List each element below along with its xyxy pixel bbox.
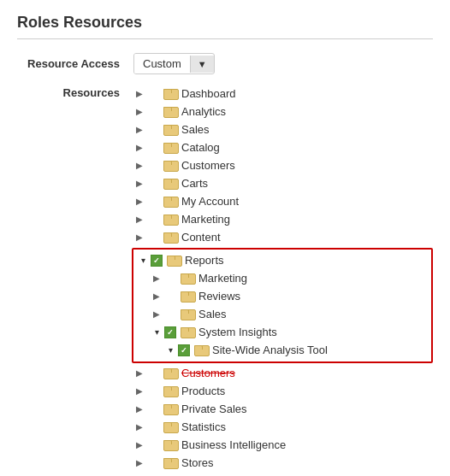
folder-icon-customers <box>163 161 177 172</box>
item-label-business_intelligence: Business Intelligence <box>181 437 286 454</box>
toggle-customers[interactable]: ▶ <box>133 157 145 174</box>
item-label-statistics: Statistics <box>181 419 226 436</box>
tree-item-private_sales[interactable]: ▶Private Sales <box>133 401 433 418</box>
toggle-products[interactable]: ▶ <box>133 383 145 400</box>
toggle-marketing[interactable]: ▶ <box>133 211 145 228</box>
resources-label: Resources <box>17 85 120 99</box>
item-label-marketing: Marketing <box>181 211 230 228</box>
folder-icon-reports_sales <box>181 309 194 320</box>
toggle-system_insights[interactable]: ▾ <box>151 324 163 341</box>
item-label-reports: Reports <box>185 252 224 269</box>
checkbox-reports[interactable]: ✓ <box>151 255 163 267</box>
resource-tree: ▶Dashboard▶Analytics▶Sales▶Catalog▶Custo… <box>133 85 433 476</box>
folder-icon-carts <box>163 179 177 190</box>
tree-item-system[interactable]: ▶System <box>133 473 433 476</box>
folder-icon-products <box>163 386 177 397</box>
item-label-carts: Carts <box>181 175 208 192</box>
item-label-products: Products <box>181 383 225 400</box>
item-label-reports_sales: Sales <box>198 306 227 323</box>
toggle-sales[interactable]: ▶ <box>133 121 145 138</box>
item-label-content: Content <box>181 229 221 246</box>
select-value: Custom <box>134 54 190 73</box>
folder-icon-analytics <box>163 107 177 118</box>
tree-item-content[interactable]: ▶Content <box>133 229 433 246</box>
folder-icon-system_insights <box>181 327 194 338</box>
item-label-dashboard: Dashboard <box>181 85 236 103</box>
folder-icon-customers2 <box>163 368 177 379</box>
folder-icon-sales <box>163 125 177 136</box>
tree-item-products[interactable]: ▶Products <box>133 383 433 400</box>
tree-item-reports_reviews[interactable]: ▶Reviews <box>151 288 428 305</box>
tree-item-analytics[interactable]: ▶Analytics <box>133 103 433 120</box>
toggle-reports_sales[interactable]: ▶ <box>151 306 163 323</box>
item-label-myaccount: My Account <box>181 193 239 210</box>
folder-icon-statistics <box>163 422 177 433</box>
item-label-system_insights: System Insights <box>198 324 277 341</box>
toggle-stores[interactable]: ▶ <box>133 455 145 472</box>
folder-icon-reports_reviews <box>181 291 194 303</box>
item-label-customers2: Customers <box>181 365 235 382</box>
item-label-customers: Customers <box>181 157 235 174</box>
folder-icon-myaccount <box>163 197 177 208</box>
tree-item-catalog[interactable]: ▶Catalog <box>133 139 433 156</box>
checkbox-site_wide[interactable]: ✓ <box>178 344 190 356</box>
tree-item-reports_sales[interactable]: ▶Sales <box>151 306 428 323</box>
item-label-private_sales: Private Sales <box>181 401 247 418</box>
item-label-sales: Sales <box>181 121 210 138</box>
toggle-reports_marketing[interactable]: ▶ <box>151 270 163 287</box>
toggle-dashboard[interactable]: ▶ <box>133 85 145 103</box>
folder-icon-site_wide <box>194 345 208 356</box>
toggle-analytics[interactable]: ▶ <box>133 103 145 120</box>
folder-icon-private_sales <box>163 404 177 415</box>
item-label-system: System <box>181 473 218 476</box>
folder-icon-stores <box>163 458 177 469</box>
tree-item-stores[interactable]: ▶Stores <box>133 455 433 472</box>
toggle-reports[interactable]: ▾ <box>137 252 149 269</box>
tree-item-customers2[interactable]: ▶Customers <box>133 365 433 382</box>
tree-item-reports[interactable]: ▾✓Reports <box>137 252 428 269</box>
item-label-reports_marketing: Marketing <box>198 270 247 287</box>
folder-icon-catalog <box>163 143 177 154</box>
toggle-catalog[interactable]: ▶ <box>133 139 145 156</box>
select-arrow-icon[interactable]: ▼ <box>190 56 214 73</box>
resource-access-select[interactable]: Custom ▼ <box>133 53 215 74</box>
toggle-carts[interactable]: ▶ <box>133 175 145 192</box>
resource-access-row: Resource Access Custom ▼ <box>17 53 433 74</box>
tree-item-business_intelligence[interactable]: ▶Business Intelligence <box>133 437 433 454</box>
tree-item-dashboard[interactable]: ▶Dashboard <box>133 85 433 103</box>
toggle-myaccount[interactable]: ▶ <box>133 193 145 210</box>
tree-item-customers[interactable]: ▶Customers <box>133 157 433 174</box>
item-label-stores: Stores <box>181 455 214 472</box>
highlight-box: ▾✓Reports▶Marketing▶Reviews▶Sales▾✓Syste… <box>132 248 433 363</box>
folder-icon-reports_marketing <box>181 273 194 285</box>
toggle-content[interactable]: ▶ <box>133 229 145 246</box>
tree-item-myaccount[interactable]: ▶My Account <box>133 193 433 210</box>
tree-item-system_insights[interactable]: ▾✓System Insights <box>151 324 428 341</box>
toggle-reports_reviews[interactable]: ▶ <box>151 288 163 305</box>
folder-icon-dashboard <box>163 89 177 100</box>
tree-item-statistics[interactable]: ▶Statistics <box>133 419 433 436</box>
resources-row: Resources ▶Dashboard▶Analytics▶Sales▶Cat… <box>17 85 433 476</box>
toggle-business_intelligence[interactable]: ▶ <box>133 437 145 454</box>
item-label-analytics: Analytics <box>181 103 226 120</box>
item-label-site_wide: Site-Wide Analysis Tool <box>212 342 328 359</box>
page-title: Roles Resources <box>17 14 433 39</box>
tree-item-sales[interactable]: ▶Sales <box>133 121 433 138</box>
toggle-customers2[interactable]: ▶ <box>133 365 145 382</box>
folder-icon-business_intelligence <box>163 440 177 451</box>
tree-item-carts[interactable]: ▶Carts <box>133 175 433 192</box>
tree-item-reports_marketing[interactable]: ▶Marketing <box>151 270 428 287</box>
checkbox-system_insights[interactable]: ✓ <box>164 326 176 338</box>
folder-icon-marketing <box>163 214 177 226</box>
item-label-reports_reviews: Reviews <box>198 288 240 305</box>
tree-item-marketing[interactable]: ▶Marketing <box>133 211 433 228</box>
resource-access-label: Resource Access <box>17 57 120 70</box>
toggle-private_sales[interactable]: ▶ <box>133 401 145 418</box>
toggle-statistics[interactable]: ▶ <box>133 419 145 436</box>
folder-icon-content <box>163 232 177 244</box>
toggle-system[interactable]: ▶ <box>133 473 145 476</box>
folder-icon-reports <box>167 256 181 267</box>
toggle-site_wide[interactable]: ▾ <box>164 342 176 359</box>
tree-item-site_wide[interactable]: ▾✓Site-Wide Analysis Tool <box>164 342 428 359</box>
item-label-catalog: Catalog <box>181 139 220 156</box>
